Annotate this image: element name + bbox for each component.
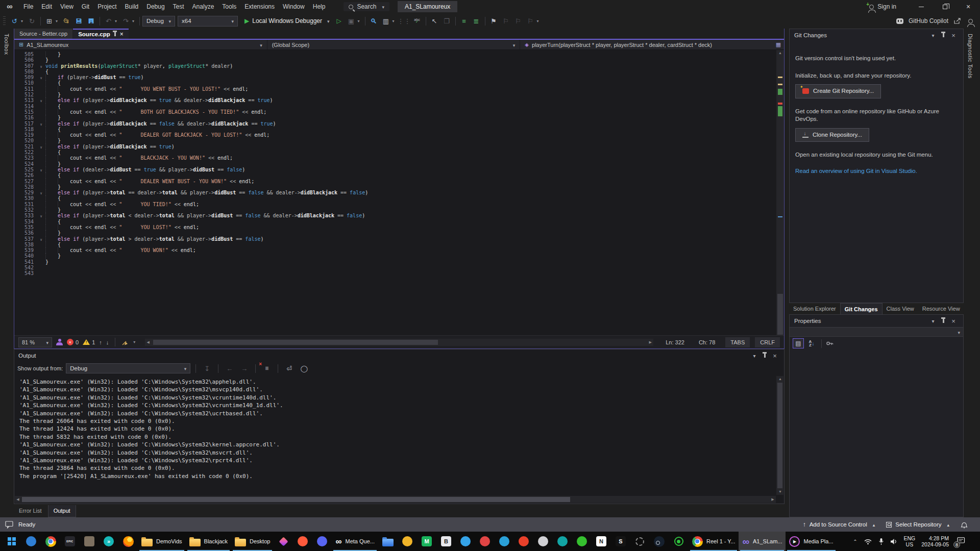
menu-test[interactable]: Test [169, 0, 188, 13]
minimize-button[interactable] [910, 0, 933, 13]
open-share-icon[interactable] [953, 18, 961, 24]
line-number[interactable]: 532 [14, 207, 37, 213]
property-pages-icon[interactable] [826, 340, 834, 347]
error-count[interactable]: × 0 [67, 339, 79, 345]
line-number[interactable]: 524 [14, 161, 37, 167]
scroll-right-icon[interactable]: ▶ [770, 496, 776, 503]
scrollbar-thumb[interactable] [22, 497, 570, 502]
search-box[interactable]: Search [344, 2, 389, 11]
line-number[interactable]: 507 [14, 63, 37, 69]
next-message-icon[interactable]: → [238, 363, 250, 374]
window-position-icon[interactable]: ▾ [928, 33, 938, 38]
window-position-icon[interactable]: ▾ [928, 318, 938, 324]
scrollbar-thumb[interactable] [153, 340, 438, 345]
clear-bookmarks-icon[interactable]: ⚐ [525, 15, 536, 27]
taskbar-orange-app[interactable] [293, 532, 312, 551]
timestamp-icon[interactable]: ◯ [298, 363, 310, 374]
line-number[interactable]: 531 [14, 202, 37, 207]
prev-bookmark-icon[interactable]: ⚐ [500, 15, 512, 27]
alphabetical-sort-icon[interactable]: AZ↓ [806, 338, 817, 348]
taskbar-blue-app[interactable] [21, 532, 41, 551]
line-number[interactable]: 516 [14, 115, 37, 120]
scroll-left-icon[interactable]: ◀ [15, 496, 21, 503]
toolbox-side-tab[interactable]: Toolbox [0, 29, 14, 517]
taskbar-b-app[interactable]: B [436, 532, 456, 551]
create-git-repository-button[interactable]: Create Git Repository... [795, 84, 881, 98]
add-to-source-control-button[interactable]: ↑ Add to Source Control [803, 521, 875, 528]
taskbar-medal-app[interactable]: » [99, 532, 118, 551]
line-number[interactable]: 537 [14, 236, 37, 242]
output-horizontal-scrollbar[interactable]: ◀ ▶ [15, 496, 776, 503]
menu-analyze[interactable]: Analyze [188, 0, 218, 13]
taskbar-blue-folder-app[interactable] [378, 532, 398, 551]
window-position-icon[interactable]: ▾ [749, 353, 760, 359]
pin-tab-icon[interactable] [114, 32, 116, 36]
taskbar-teal-app[interactable] [553, 532, 572, 551]
eol-indicator[interactable]: CRLF [755, 337, 780, 347]
line-number[interactable]: 522 [14, 149, 37, 155]
copy-icon[interactable]: ❐ [441, 15, 453, 27]
line-number[interactable]: 523 [14, 155, 37, 161]
line-number[interactable]: 534 [14, 219, 37, 224]
github-copilot-icon[interactable] [896, 18, 903, 24]
editor-vertical-scrollbar[interactable]: ▲ ▼ [776, 50, 784, 335]
menu-project[interactable]: Project [93, 0, 120, 13]
taskbar-windows-start[interactable] [2, 532, 21, 551]
hidden-icons-chevron[interactable]: ⌃ [853, 539, 857, 544]
clock[interactable]: 4:28 PM2024-09-05 [921, 535, 949, 547]
diagnostic-tools-side-tab[interactable]: Diagnostic Tools [964, 29, 980, 517]
git-overview-link[interactable]: Read an overview of using Git in Visual … [795, 167, 917, 176]
taskbar-explorer-demovids[interactable]: DemoVids [138, 532, 186, 551]
taskbar-red-app[interactable] [475, 532, 495, 551]
find-in-files-icon[interactable]: 🔍︎ [368, 15, 380, 27]
scroll-down-icon[interactable]: ▼ [776, 489, 784, 495]
panel-tab-class-view[interactable]: Class View [883, 303, 918, 314]
properties-object-dropdown[interactable] [790, 327, 963, 337]
select-cursor-icon[interactable]: ↖ [429, 15, 440, 27]
line-number[interactable]: 517 [14, 121, 37, 127]
redo-icon[interactable]: ↷ [120, 15, 132, 27]
solution-name-badge[interactable]: A1_SLamoureux [398, 1, 457, 12]
output-vertical-scrollbar[interactable]: ▲ ▼ [776, 376, 783, 495]
close-button[interactable]: × [957, 0, 980, 13]
health-indicator-icon[interactable] [56, 339, 63, 345]
line-number[interactable]: 508 [14, 69, 37, 74]
word-wrap-icon[interactable]: ⏎ [283, 363, 295, 374]
line-number[interactable]: 528 [14, 184, 37, 190]
menu-window[interactable]: Window [279, 0, 309, 13]
line-number[interactable]: 541 [14, 259, 37, 265]
panel-tab-solution-explorer[interactable]: Solution Explorer [789, 303, 840, 314]
line-number[interactable]: 512 [14, 92, 37, 97]
copilot-label[interactable]: GitHub Copilot [909, 17, 948, 24]
editor-horizontal-scrollbar[interactable]: ◀ ▶ [145, 339, 653, 346]
line-number[interactable]: 529 [14, 190, 37, 195]
scope-dropdown[interactable]: (Global Scope) [267, 40, 521, 49]
save-all-icon[interactable]: 🖪︎ [85, 15, 97, 27]
line-number[interactable]: 520 [14, 138, 37, 143]
undo-icon[interactable]: ↶ [103, 15, 114, 27]
tool-tab-output[interactable]: Output [48, 505, 76, 517]
taskbar-yellow-app[interactable] [398, 532, 417, 551]
bookmark-icon[interactable]: ⚑ [488, 15, 500, 27]
close-tab-icon[interactable]: × [120, 31, 124, 38]
menu-tools[interactable]: Tools [218, 0, 240, 13]
microphone-icon[interactable] [878, 538, 884, 545]
next-issue-icon[interactable]: ↓ [106, 339, 109, 345]
select-repository-button[interactable]: Select Repository [886, 521, 949, 528]
line-number[interactable]: 535 [14, 224, 37, 230]
navigate-forward-icon[interactable]: ↻ [26, 15, 38, 27]
line-number[interactable]: 514 [14, 104, 37, 109]
warning-count[interactable]: 1 [83, 339, 95, 345]
notification-center-icon[interactable]: 8 [957, 537, 965, 546]
taskbar-flame-app[interactable] [514, 532, 533, 551]
solution-configuration-dropdown[interactable]: Debug [142, 16, 175, 27]
column-indicator[interactable]: Ch: 78 [694, 339, 720, 345]
line-number[interactable]: 518 [14, 127, 37, 132]
taskbar-telegram-app[interactable] [495, 532, 514, 551]
line-number[interactable]: 515 [14, 109, 37, 115]
column-guides-icon[interactable]: ⋮⋮ [398, 15, 411, 27]
window-layout-icon[interactable]: ▥ [380, 15, 392, 27]
line-number[interactable]: 542 [14, 265, 37, 270]
close-icon[interactable]: × [948, 32, 959, 39]
taskbar-gem-app[interactable] [274, 532, 293, 551]
